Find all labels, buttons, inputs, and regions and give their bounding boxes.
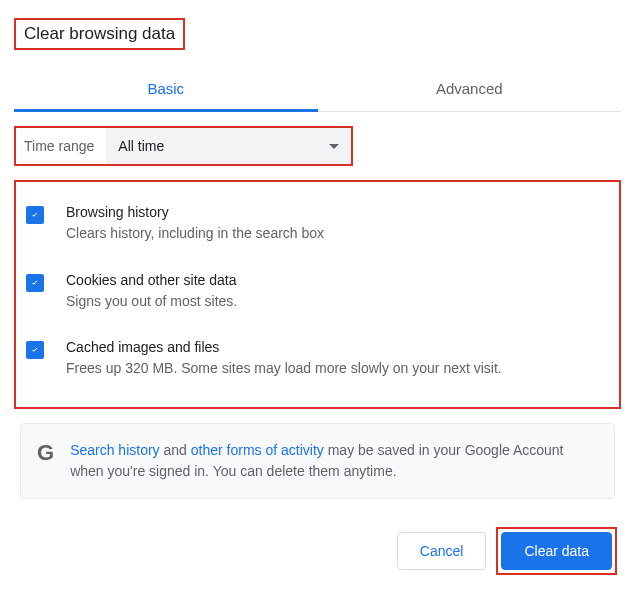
google-g-icon: G bbox=[37, 440, 54, 466]
cancel-button[interactable]: Cancel bbox=[397, 532, 487, 570]
other-activity-link[interactable]: other forms of activity bbox=[191, 442, 324, 458]
search-history-link[interactable]: Search history bbox=[70, 442, 159, 458]
option-title: Browsing history bbox=[66, 204, 609, 220]
time-range-row: Time range All time bbox=[14, 126, 353, 166]
check-icon bbox=[30, 278, 40, 288]
dialog-footer: Cancel Clear data bbox=[397, 527, 617, 575]
clear-data-button[interactable]: Clear data bbox=[501, 532, 612, 570]
time-range-value: All time bbox=[118, 138, 164, 154]
time-range-label: Time range bbox=[16, 128, 106, 164]
checkbox-cookies[interactable] bbox=[26, 274, 44, 292]
option-cookies: Cookies and other site data Signs you ou… bbox=[26, 258, 609, 326]
option-desc: Frees up 320 MB. Some sites may load mor… bbox=[66, 359, 609, 379]
info-mid: and bbox=[160, 442, 191, 458]
tab-basic[interactable]: Basic bbox=[14, 68, 318, 112]
option-desc: Signs you out of most sites. bbox=[66, 292, 609, 312]
checkbox-browsing-history[interactable] bbox=[26, 206, 44, 224]
option-title: Cached images and files bbox=[66, 339, 609, 355]
options-group: Browsing history Clears history, includi… bbox=[14, 180, 621, 409]
tab-bar: Basic Advanced bbox=[14, 68, 621, 112]
dialog-title: Clear browsing data bbox=[14, 18, 185, 50]
check-icon bbox=[30, 345, 40, 355]
check-icon bbox=[30, 210, 40, 220]
option-browsing-history: Browsing history Clears history, includi… bbox=[26, 190, 609, 258]
time-range-select[interactable]: All time bbox=[106, 128, 351, 164]
option-cached: Cached images and files Frees up 320 MB.… bbox=[26, 325, 609, 393]
info-text: Search history and other forms of activi… bbox=[70, 440, 598, 482]
clear-data-highlight: Clear data bbox=[496, 527, 617, 575]
tab-advanced[interactable]: Advanced bbox=[318, 68, 622, 111]
option-desc: Clears history, including in the search … bbox=[66, 224, 609, 244]
option-title: Cookies and other site data bbox=[66, 272, 609, 288]
checkbox-cached[interactable] bbox=[26, 341, 44, 359]
chevron-down-icon bbox=[329, 144, 339, 149]
google-account-info: G Search history and other forms of acti… bbox=[20, 423, 615, 499]
